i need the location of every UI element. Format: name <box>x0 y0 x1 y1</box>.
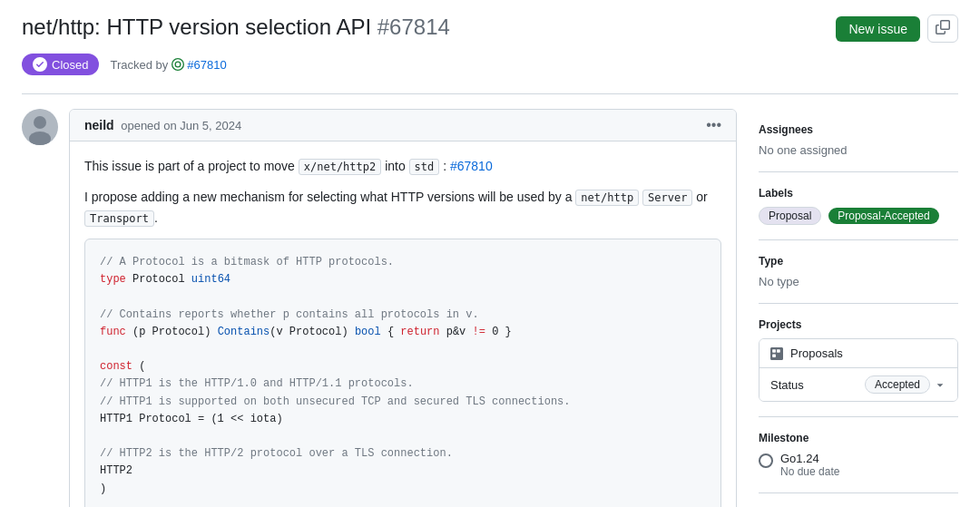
check-circle-icon <box>33 57 47 72</box>
project-status-label: Status <box>770 378 804 392</box>
project-card: Proposals Status Accepted <box>759 338 958 402</box>
project-icon <box>770 347 783 360</box>
milestone-name[interactable]: Go1.24 <box>780 452 839 465</box>
issue-title: net/http: HTTP version selection API #67… <box>22 15 821 40</box>
circle-dot-icon <box>172 58 184 71</box>
project-name: Proposals <box>790 346 843 360</box>
comment-text-2: I propose adding a new mechanism for sel… <box>84 187 721 228</box>
avatar <box>22 109 58 145</box>
code-block: // A Protocol is a bitmask of HTTP proto… <box>84 239 721 507</box>
issue-link[interactable]: #67810 <box>450 159 493 173</box>
milestone-icon <box>759 453 773 468</box>
comment-box: neild opened on Jun 5, 2024 ••• This iss… <box>69 109 737 507</box>
chevron-down-icon <box>934 378 946 391</box>
svg-point-1 <box>34 116 46 129</box>
comment-author: neild <box>84 118 114 132</box>
sidebar-labels: Labels Proposal Proposal-Accepted <box>759 172 958 240</box>
tracked-issue-link[interactable]: #67810 <box>172 58 226 72</box>
comment-menu-button[interactable]: ••• <box>706 117 721 133</box>
comment-date: opened on Jun 5, 2024 <box>118 119 242 132</box>
issue-number: #67814 <box>377 15 450 39</box>
sidebar-assignees: Assignees No one assigned <box>759 109 958 172</box>
sidebar-type: Type No type <box>759 240 958 304</box>
comment-text-1: This issue is part of a project to move … <box>84 156 721 176</box>
label-proposal-accepted[interactable]: Proposal-Accepted <box>828 208 938 224</box>
label-proposal[interactable]: Proposal <box>759 207 821 225</box>
new-issue-button[interactable]: New issue <box>836 16 920 42</box>
sidebar-milestone: Milestone Go1.24 No due date <box>759 417 958 493</box>
milestone-due: No due date <box>780 465 839 478</box>
status-badge: Closed <box>22 54 99 75</box>
main-content: neild opened on Jun 5, 2024 ••• This iss… <box>22 109 737 507</box>
sidebar-projects: Projects Proposals Status Accepted <box>759 304 958 417</box>
sidebar-relationships: Relationships None yet <box>759 493 958 507</box>
copy-icon-button[interactable] <box>927 15 958 43</box>
sidebar: Assignees No one assigned Labels Proposa… <box>759 109 958 507</box>
tracked-by: Tracked by #67810 <box>110 58 226 72</box>
project-status-value: Accepted <box>865 375 930 394</box>
